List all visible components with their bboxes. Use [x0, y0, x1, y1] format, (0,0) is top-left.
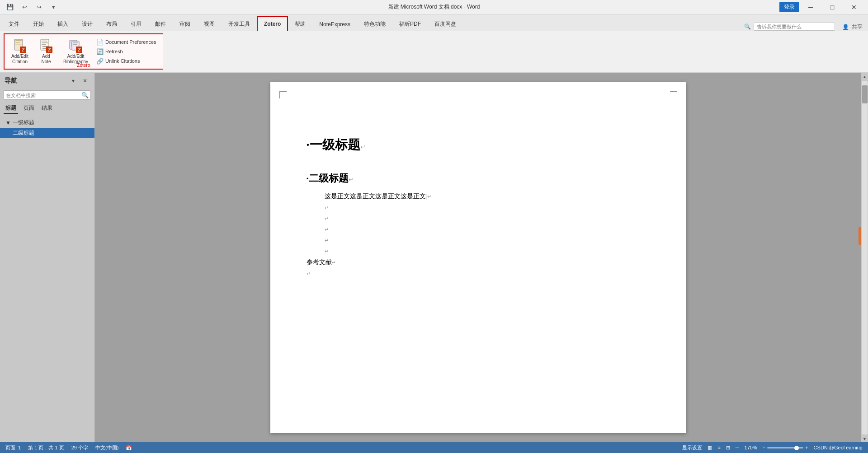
heading2-text: 二级标题	[309, 173, 349, 184]
status-word-count: 29 个字	[71, 444, 88, 451]
add-edit-citation-button[interactable]: Z Add/EditCitation	[8, 35, 32, 68]
tab-home[interactable]: 开始	[26, 17, 51, 31]
svg-text:Z: Z	[22, 47, 25, 52]
tab-developer[interactable]: 开发工具	[222, 17, 257, 31]
status-display-settings[interactable]: 显示设置	[682, 444, 702, 451]
tab-references[interactable]: 引用	[124, 17, 148, 31]
scroll-down-arrow[interactable]: ▼	[861, 435, 868, 442]
tab-foxit[interactable]: 福昕PDF	[392, 17, 428, 31]
svg-rect-1	[15, 40, 22, 41]
para5[interactable]: ↵	[325, 248, 650, 255]
para3[interactable]: ↵	[325, 226, 650, 233]
status-bar-right: 显示设置 ▦ ≡ ⊞ ─ 170% − + CSDN @Geol earning	[682, 444, 863, 451]
zoom-thumb	[794, 446, 799, 450]
nav-tree-item-h2[interactable]: 二级标题	[0, 128, 94, 138]
refresh-icon: 🔄	[96, 48, 104, 55]
page-corner-tl	[279, 91, 287, 98]
tab-layout[interactable]: 布局	[99, 17, 124, 31]
nav-tree-item-h1[interactable]: ▼ 一级标题	[0, 117, 94, 128]
nav-tabs: 标题 页面 结果	[0, 102, 94, 116]
status-separator: ─	[736, 445, 739, 450]
status-bar: 页面: 1 第 1 页，共 1 页 29 个字 中文(中国) 📅 显示设置 ▦ …	[0, 442, 868, 453]
undo-btn[interactable]: ↩	[18, 1, 31, 14]
document-preferences-button[interactable]: 📄 Document Preferences	[94, 37, 159, 47]
tab-view[interactable]: 视图	[197, 17, 222, 31]
scroll-up-arrow[interactable]: ▲	[861, 73, 868, 80]
heading2[interactable]: ·二级标题↵	[307, 172, 650, 185]
para4[interactable]: ↵	[325, 237, 650, 244]
body-text[interactable]: 这是正文这是正文这是正文这是正文 ↵	[325, 192, 650, 201]
heading2-para: ↵	[349, 176, 354, 183]
tab-features[interactable]: 特色功能	[357, 17, 392, 31]
nav-search-icon: 🔍	[81, 92, 89, 98]
nav-search-input[interactable]	[6, 93, 81, 98]
status-layout-icon3[interactable]: ⊞	[726, 445, 730, 451]
tab-baidu[interactable]: 百度网盘	[428, 17, 463, 31]
zoom-slider[interactable]	[767, 447, 803, 448]
expand-icon: ▼	[5, 120, 11, 126]
nav-tab-headings[interactable]: 标题	[4, 103, 18, 114]
svg-text:Z: Z	[77, 47, 80, 52]
redo-btn[interactable]: ↪	[33, 1, 45, 14]
para2[interactable]: ↵	[325, 215, 650, 222]
tab-insert[interactable]: 插入	[51, 17, 75, 31]
title-bar-left: 💾 ↩ ↪ ▾	[4, 1, 60, 14]
title-bar: 💾 ↩ ↪ ▾ 新建 Microsoft Word 文档.docx - Word…	[0, 0, 868, 14]
para6[interactable]: ↵	[307, 270, 650, 277]
minimize-button[interactable]: ─	[800, 0, 821, 14]
scroll-thumb[interactable]	[862, 85, 868, 103]
heading1[interactable]: ·一级标题↵	[307, 136, 650, 154]
tab-mailings[interactable]: 邮件	[148, 17, 173, 31]
status-bar-left: 页面: 1 第 1 页，共 1 页 29 个字 中文(中国) 📅	[5, 444, 132, 451]
zotero-ribbon-group: Z Add/EditCitation Z	[4, 33, 163, 70]
add-note-button[interactable]: Z AddNote	[34, 35, 58, 68]
right-scrollbar: ▲ ▼	[861, 73, 868, 442]
nav-tab-results[interactable]: 结果	[40, 103, 54, 114]
status-page-count: 第 1 页，共 1 页	[28, 444, 64, 451]
page-corner-tr	[670, 91, 677, 98]
navigation-panel: 导航 ▾ ✕ 🔍 标题 页面 结果 ▼ 一级标题 二级标题	[0, 73, 95, 442]
nav-tab-pages[interactable]: 页面	[22, 103, 36, 114]
unlink-citations-button[interactable]: 🔗 Unlink Citations	[94, 56, 159, 66]
svg-rect-7	[42, 41, 47, 42]
ribbon-tabs: 文件 开始 插入 设计 布局 引用 邮件 审阅 视图 开发工具 Zotero 帮…	[0, 14, 868, 31]
content-area: 导航 ▾ ✕ 🔍 标题 页面 结果 ▼ 一级标题 二级标题	[0, 73, 868, 442]
customize-btn[interactable]: ▾	[47, 1, 60, 14]
tab-review[interactable]: 审阅	[173, 17, 197, 31]
tab-noteexpress[interactable]: NoteExpress	[312, 17, 357, 31]
status-layout-icon1[interactable]: ▦	[708, 445, 712, 451]
status-page: 页面: 1	[5, 444, 21, 451]
tab-help[interactable]: 帮助	[288, 17, 312, 31]
document-preferences-icon: 📄	[96, 39, 104, 46]
tab-zotero[interactable]: Zotero	[257, 16, 288, 31]
document-area: ·一级标题↵ ·二级标题↵ 这是正文这是正文这是正文这是正文 ↵ ↵ ↵ ↵ ↵…	[95, 73, 861, 442]
svg-text:Z: Z	[48, 47, 51, 52]
ribbon-content: Z Add/EditCitation Z	[0, 31, 868, 72]
orange-tab[interactable]	[859, 227, 861, 245]
refresh-button[interactable]: 🔄 Refresh	[94, 47, 159, 56]
nav-search-box[interactable]: 🔍	[4, 90, 91, 100]
restore-button[interactable]: □	[822, 0, 843, 14]
tab-design[interactable]: 设计	[75, 17, 99, 31]
reference-text[interactable]: 参考文献↵	[307, 258, 650, 266]
nav-header: 导航 ▾ ✕	[0, 73, 94, 89]
citation-icon: Z	[13, 38, 27, 53]
nav-close-button[interactable]: ✕	[80, 76, 90, 86]
search-input[interactable]	[754, 23, 835, 31]
reference-content: 参考文献	[307, 259, 332, 266]
svg-rect-9	[42, 44, 46, 45]
zoom-plus-btn[interactable]: +	[805, 445, 808, 450]
login-button[interactable]: 登录	[779, 2, 799, 12]
scroll-track[interactable]	[862, 81, 868, 434]
status-language: 中文(中国)	[95, 444, 118, 451]
unlink-citations-label: Unlink Citations	[105, 58, 140, 64]
status-layout-icon2[interactable]: ≡	[717, 445, 720, 450]
bibliography-icon: Z	[69, 38, 83, 53]
close-button[interactable]: ✕	[844, 0, 864, 14]
nav-dropdown-button[interactable]: ▾	[68, 76, 78, 86]
para1[interactable]: ↵	[325, 204, 650, 211]
zoom-minus-btn[interactable]: −	[763, 445, 765, 450]
tab-file[interactable]: 文件	[2, 17, 26, 31]
nav-tree: ▼ 一级标题 二级标题	[0, 116, 94, 140]
save-btn[interactable]: 💾	[4, 1, 16, 14]
